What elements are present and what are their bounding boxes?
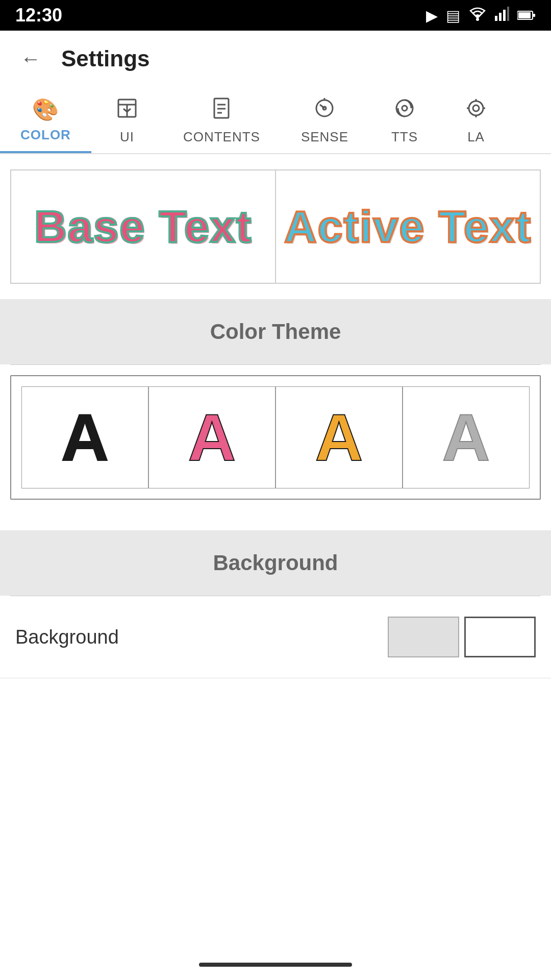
color-theme-divider <box>10 364 541 365</box>
svg-rect-4 <box>507 7 509 21</box>
theme-option-pink[interactable]: A <box>148 386 276 488</box>
play-icon: ▶ <box>426 7 438 24</box>
svg-point-20 <box>469 101 483 115</box>
background-label: Background <box>15 626 119 648</box>
color-tab-icon: 🎨 <box>32 97 59 122</box>
svg-rect-3 <box>503 10 506 21</box>
sense-tab-icon <box>314 97 335 124</box>
signal-icon <box>495 7 509 24</box>
app-bar: ← Settings <box>0 31 551 87</box>
back-button[interactable]: ← <box>15 42 46 76</box>
svg-rect-7 <box>533 14 535 17</box>
tab-contents-label: CONTENTS <box>183 129 260 145</box>
tab-ui[interactable]: UI <box>91 87 163 153</box>
active-text-label: Active Text <box>284 201 532 253</box>
svg-point-19 <box>402 106 407 111</box>
clipboard-icon: ▤ <box>446 7 460 24</box>
page-title: Settings <box>61 46 150 71</box>
background-section-header: Background <box>0 530 551 596</box>
base-text-preview[interactable]: Base Text <box>11 170 276 283</box>
ui-tab-icon <box>116 97 138 124</box>
svg-rect-6 <box>518 12 531 18</box>
tab-color-label: COLOR <box>20 127 71 143</box>
status-time: 12:30 <box>15 5 62 26</box>
tab-tts[interactable]: TTS <box>369 87 440 153</box>
base-text-label: Base Text <box>34 201 252 253</box>
svg-point-18 <box>396 100 413 116</box>
home-indicator <box>199 963 352 967</box>
theme-option-gray[interactable]: A <box>403 386 530 488</box>
battery-icon <box>517 7 536 24</box>
background-swatches <box>388 617 536 657</box>
tab-ui-label: UI <box>120 129 134 145</box>
svg-rect-2 <box>499 13 502 21</box>
tts-tab-icon <box>394 97 415 124</box>
svg-point-0 <box>476 18 479 21</box>
tab-sense-label: SENSE <box>301 129 348 145</box>
background-section: Background Background <box>0 530 551 678</box>
bottom-bar <box>0 949 551 980</box>
status-bar: 12:30 ▶ ▤ <box>0 0 551 31</box>
background-row: Background <box>0 596 551 678</box>
color-theme-title: Color Theme <box>210 320 341 344</box>
background-section-title: Background <box>213 551 338 575</box>
svg-rect-1 <box>495 16 497 21</box>
active-text-preview[interactable]: Active Text <box>276 170 540 283</box>
tab-sense[interactable]: SENSE <box>281 87 369 153</box>
theme-letter-gray: A <box>442 404 490 471</box>
color-theme-section-header: Color Theme <box>0 299 551 364</box>
tab-contents[interactable]: CONTENTS <box>163 87 281 153</box>
theme-letter-pink: A <box>188 404 236 471</box>
theme-option-orange[interactable]: A <box>276 386 403 488</box>
tab-bar: 🎨 COLOR UI CONTENTS <box>0 87 551 154</box>
swatch-2[interactable] <box>464 617 536 657</box>
contents-tab-icon <box>211 97 232 124</box>
status-icons: ▶ ▤ <box>426 7 536 24</box>
svg-point-21 <box>473 105 479 111</box>
tab-la[interactable]: LA <box>440 87 512 153</box>
wifi-icon <box>468 7 487 24</box>
la-tab-icon <box>465 97 487 124</box>
theme-option-black[interactable]: A <box>21 386 148 488</box>
theme-selector: A A A A <box>10 375 541 500</box>
theme-letter-orange: A <box>315 404 363 471</box>
tab-la-label: LA <box>467 129 485 145</box>
swatch-1[interactable] <box>388 617 459 657</box>
text-preview-row: Base Text Active Text <box>10 169 541 284</box>
theme-letter-black: A <box>61 404 109 471</box>
tab-tts-label: TTS <box>391 129 418 145</box>
tab-color[interactable]: 🎨 COLOR <box>0 87 91 153</box>
